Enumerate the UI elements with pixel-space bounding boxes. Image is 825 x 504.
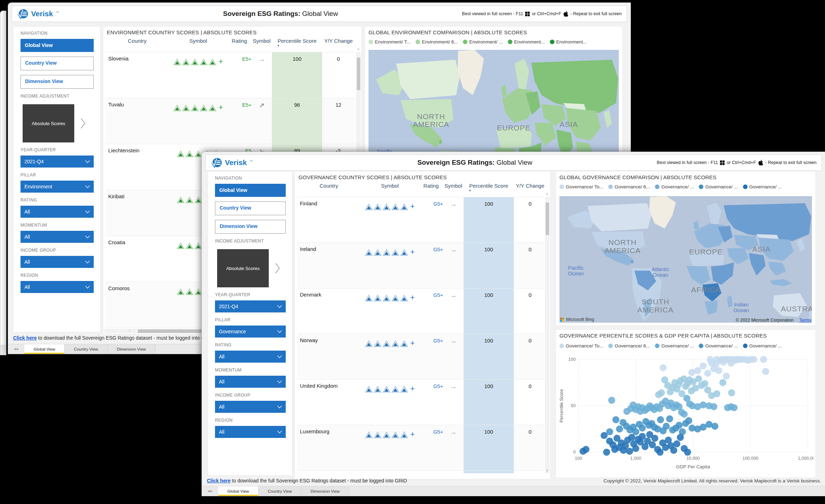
front-window-governance: Verisk™ Sovereign ESG Ratings: Global Vi… [202, 152, 825, 496]
scroll-up-icon[interactable]: ˄ [356, 47, 361, 52]
legend-item-governance[interactable]: Governance/ ... [699, 184, 738, 189]
download-link[interactable]: Click here [13, 335, 37, 341]
legend-dot-icon [559, 184, 564, 189]
legend-item-governance[interactable]: Governance/ ... [743, 184, 782, 189]
scroll-left-icon[interactable]: ‹ [127, 329, 132, 333]
column-header-rating[interactable]: Rating [227, 38, 251, 52]
column-header-rating[interactable]: Rating [419, 183, 443, 197]
scrollbar-thumb[interactable] [357, 58, 360, 90]
table-row-norway[interactable]: Norway+G5+→1000 [297, 334, 544, 379]
column-header-symbol-2[interactable]: Symbol [443, 183, 464, 197]
column-header-country[interactable]: Country [105, 38, 169, 52]
rating-triangle-icon [374, 386, 382, 393]
map-label-austral: AUSTRAL [781, 305, 812, 313]
tab-country-view[interactable]: Country View [65, 344, 108, 354]
column-header-country[interactable]: Country [297, 183, 361, 197]
income-adjustment-label: INCOME ADJUSTMENT [215, 239, 286, 244]
dropdown-momentum[interactable]: All [215, 376, 286, 388]
screen: Verisk™ Sovereign ESG Ratings: Global Vi… [0, 0, 825, 504]
legend-item-environment-t[interactable]: Environment/ T... [368, 39, 411, 45]
income-adjustment-value[interactable]: Absolute Scores [217, 249, 269, 287]
legend-item-governance-6[interactable]: Governance/ 6... [608, 343, 650, 348]
chevron-down-icon [277, 430, 282, 434]
scatter-plot-area[interactable]: 0501001001,00010,000100,0001,000,000GDP … [558, 355, 813, 476]
table-row-finland[interactable]: Finland+G5+→1000 [297, 197, 544, 242]
dropdown-rating[interactable]: All [215, 351, 286, 363]
legend-item-environment[interactable]: Environment... [550, 39, 587, 45]
table-row-tuvalu[interactable]: Tuvalu+E5+↗9612 [105, 98, 355, 144]
nav-global-view[interactable]: Global View [215, 184, 286, 197]
legend-item-governance[interactable]: Governance/ ... [699, 343, 738, 348]
table-row-slovenia[interactable]: Slovenia+E5+→1000 [105, 52, 355, 98]
legend-item-governance-6[interactable]: Governance/ 6... [608, 184, 650, 189]
world-map[interactable] [559, 196, 812, 323]
dropdown-income-group[interactable]: All [21, 256, 94, 268]
legend-item-environment[interactable]: Environment... [508, 39, 545, 45]
dropdown-pillar[interactable]: Governance [215, 326, 286, 338]
scroll-up-icon[interactable]: ˄ [545, 192, 550, 197]
table-row-sweden[interactable]: Sweden+G5+→1000 [297, 470, 544, 473]
tab-dimension-view[interactable]: Dimension View [301, 486, 349, 496]
nav-dimension-view[interactable]: Dimension View [21, 75, 94, 89]
rating-triangle-icon [177, 242, 185, 249]
legend-item-governance-to[interactable]: Governance/ To... [559, 343, 603, 348]
legend-item-governance[interactable]: Governance/ ... [655, 343, 694, 348]
scroll-down-icon[interactable]: ˅ [545, 468, 550, 473]
dropdown-momentum[interactable]: All [21, 231, 94, 243]
vertical-scrollbar[interactable]: ˄ ˅ [545, 197, 550, 473]
rating-triangle-icon [391, 340, 399, 347]
nav-global-view[interactable]: Global View [21, 39, 94, 52]
filter-label-year-quarter: YEAR-QUARTER [21, 147, 94, 152]
plus-icon: + [410, 432, 415, 437]
table-row-ireland[interactable]: Ireland+G5+→1000 [297, 242, 544, 288]
plus-icon: + [410, 340, 415, 346]
chevron-right-icon[interactable] [80, 117, 86, 129]
column-header-symbol-2[interactable]: Symbol [251, 38, 272, 52]
chevron-down-icon [277, 305, 282, 308]
legend-item-governance-to[interactable]: Governance/ To... [559, 184, 603, 189]
column-header-symbol[interactable]: Symbol [361, 183, 419, 197]
tab-scroll-arrows[interactable]: ◀ ▶ [202, 486, 218, 496]
governance-choropleth-map[interactable]: NORTH AMERICAEUROPEASIAAFRICASOUTH AMERI… [559, 196, 812, 323]
tab-scroll-arrows[interactable]: ◀ ▶ [8, 344, 24, 354]
dropdown-year-quarter[interactable]: 2021-Q4 [21, 156, 94, 168]
tab-country-view[interactable]: Country View [258, 486, 301, 496]
rating-triangle-icon [200, 59, 208, 65]
table-row-united-kingdom[interactable]: United Kingdom+G5+→1000 [297, 379, 544, 425]
tab-global-view[interactable]: Global View [218, 486, 258, 496]
column-header-percentile-score[interactable]: Percentile Score▼ [272, 38, 322, 52]
column-header-y-y-change[interactable]: Y/Y Change [514, 183, 546, 197]
dropdown-rating[interactable]: All [21, 206, 94, 218]
legend-item-environment-6[interactable]: Environment/ 6... [416, 39, 458, 45]
column-header-symbol[interactable]: Symbol [169, 38, 227, 52]
dropdown-year-quarter[interactable]: 2021-Q4 [215, 300, 286, 312]
legend-item-governance[interactable]: Governance/ ... [655, 184, 694, 189]
dropdown-pillar[interactable]: Environment [21, 181, 94, 193]
nav-dimension-view[interactable]: Dimension View [215, 220, 286, 234]
legend-item-environment[interactable]: Environment/ ... [463, 39, 503, 45]
download-link[interactable]: Click here [207, 478, 231, 484]
column-header-y-y-change[interactable]: Y/Y Change [322, 38, 355, 52]
nav-country-view[interactable]: Country View [215, 201, 286, 215]
rating-triangle-icon [383, 432, 390, 438]
dropdown-region[interactable]: All [215, 426, 286, 438]
dropdown-region[interactable]: All [21, 281, 94, 293]
legend-dot-icon [508, 40, 512, 44]
tab-dimension-view[interactable]: Dimension View [108, 344, 155, 354]
terms-link[interactable]: Terms [799, 318, 811, 323]
filter-label-income-group: INCOME GROUP [21, 248, 94, 253]
table-row-denmark[interactable]: Denmark+G5+→1000 [297, 288, 544, 334]
column-header-percentile-score[interactable]: Percentile Score▼ [464, 183, 514, 197]
map-title: GLOBAL GOVERNANCE COMPARISON | ABSOLUTE … [559, 174, 716, 180]
nav-country-view[interactable]: Country View [21, 57, 94, 70]
plus-icon: + [410, 204, 415, 209]
chevron-down-icon [277, 405, 282, 409]
legend-item-governance[interactable]: Governance/ ... [743, 343, 782, 348]
rating-triangle-icon [383, 386, 390, 393]
dropdown-income-group[interactable]: All [215, 401, 286, 413]
tab-global-view[interactable]: Global View [24, 344, 65, 354]
income-adjustment-value[interactable]: Absolute Scores [23, 104, 74, 142]
table-row-luxembourg[interactable]: Luxembourg+G5+→1000 [297, 425, 544, 470]
scrollbar-thumb[interactable] [546, 203, 549, 235]
chevron-right-icon[interactable] [274, 262, 281, 274]
